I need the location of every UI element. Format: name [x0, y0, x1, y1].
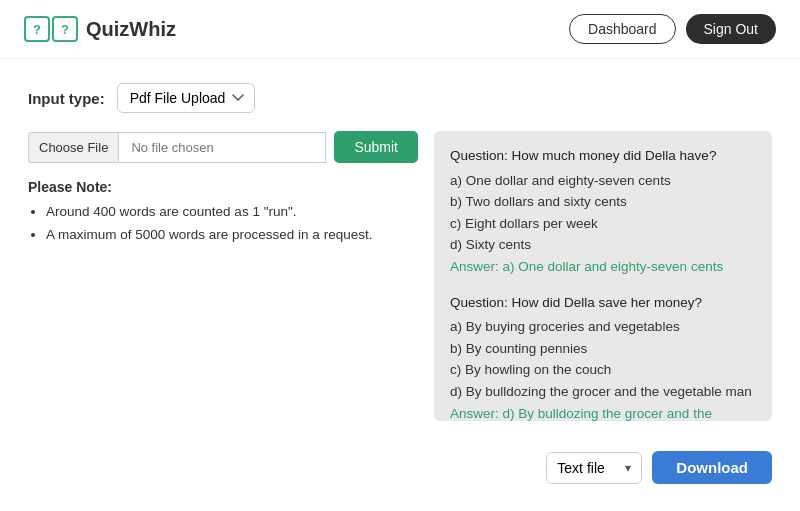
download-button[interactable]: Download [652, 451, 772, 484]
choose-file-button[interactable]: Choose File [28, 132, 119, 163]
chevron-down-icon: ▾ [615, 461, 641, 475]
answer-text-1: Answer: a) One dollar and eighty-seven c… [450, 256, 756, 278]
option-2c: c) By howling on the couch [450, 359, 756, 381]
header: ? ? QuizWhiz Dashboard Sign Out [0, 0, 800, 59]
logo-text: QuizWhiz [86, 18, 176, 41]
option-2b: b) By counting pennies [450, 338, 756, 360]
input-type-row: Input type: Pdf File Upload Text Input U… [28, 83, 772, 113]
option-2a: a) By buying groceries and vegetables [450, 316, 756, 338]
option-1c: c) Eight dollars per week [450, 213, 756, 235]
note-item-1: Around 400 words are counted as 1 "run". [46, 201, 418, 224]
please-note: Please Note: Around 400 words are counte… [28, 179, 418, 247]
file-upload-row: Choose File No file chosen Submit [28, 131, 418, 163]
format-select-wrapper[interactable]: Text file PDF Word ▾ [546, 452, 642, 484]
signout-button[interactable]: Sign Out [686, 14, 776, 44]
header-nav: Dashboard Sign Out [569, 14, 776, 44]
option-2d: d) By bulldozing the grocer and the vege… [450, 381, 756, 403]
question-text-2: Question: How did Della save her money? [450, 292, 756, 314]
content-area: Choose File No file chosen Submit Please… [28, 131, 772, 421]
question-block-2: Question: How did Della save her money? … [450, 292, 756, 421]
question-block-1: Question: How much money did Della have?… [450, 145, 756, 278]
input-type-select[interactable]: Pdf File Upload Text Input URL [117, 83, 255, 113]
logo-box-2: ? [52, 16, 78, 42]
submit-button[interactable]: Submit [334, 131, 418, 163]
logo-box-1: ? [24, 16, 50, 42]
option-1a: a) One dollar and eighty-seven cents [450, 170, 756, 192]
please-note-heading: Please Note: [28, 179, 418, 195]
note-item-2: A maximum of 5000 words are processed in… [46, 224, 418, 247]
input-type-label: Input type: [28, 90, 105, 107]
no-file-text: No file chosen [119, 132, 326, 163]
logo: ? ? QuizWhiz [24, 16, 176, 42]
option-1d: d) Sixty cents [450, 234, 756, 256]
main-content: Input type: Pdf File Upload Text Input U… [0, 59, 800, 437]
option-1b: b) Two dollars and sixty cents [450, 191, 756, 213]
dashboard-button[interactable]: Dashboard [569, 14, 676, 44]
format-select[interactable]: Text file PDF Word [547, 453, 615, 483]
bottom-bar: Text file PDF Word ▾ Download [0, 437, 800, 484]
quiz-output-panel[interactable]: Question: How much money did Della have?… [434, 131, 772, 421]
question-text-1: Question: How much money did Della have? [450, 145, 756, 167]
please-note-list: Around 400 words are counted as 1 "run".… [28, 201, 418, 247]
left-panel: Choose File No file chosen Submit Please… [28, 131, 418, 421]
answer-text-2: Answer: d) By bulldozing the grocer and … [450, 403, 756, 421]
logo-icon: ? ? [24, 16, 78, 42]
